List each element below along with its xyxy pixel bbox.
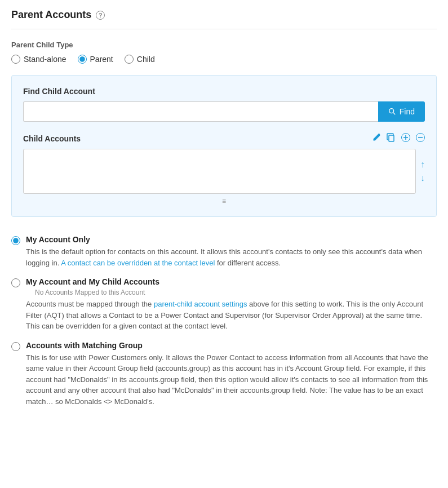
find-button[interactable]: Find: [378, 101, 425, 122]
radio-child-input[interactable]: [125, 55, 134, 64]
child-accounts-listbox[interactable]: [23, 149, 416, 194]
parent-child-type-section: Parent Child Type Stand-alone Parent Chi…: [11, 41, 437, 64]
radio-parent-label: Parent: [90, 55, 113, 64]
svg-line-1: [393, 113, 396, 115]
radio-parent-input[interactable]: [78, 55, 87, 64]
search-icon: [388, 108, 396, 116]
page-header: Parent Accounts ?: [11, 9, 437, 29]
child-accounts-header: Child Accounts: [23, 133, 425, 144]
radio-child-label: Child: [137, 55, 155, 64]
radio-child[interactable]: Child: [125, 55, 155, 64]
option-accounts-matching-group: Accounts with Matching Group This is for…: [11, 341, 437, 407]
edit-icon[interactable]: [372, 133, 381, 144]
option-my-account-children: My Account and My Child Accounts No Acco…: [11, 277, 437, 332]
radio-standalone-input[interactable]: [11, 55, 20, 64]
up-down-buttons: ↑ ↓: [416, 149, 425, 194]
help-icon[interactable]: ?: [96, 11, 105, 20]
find-child-section: Find Child Account Find Child Accounts: [11, 75, 437, 217]
option-accounts-matching-group-title: Accounts with Matching Group: [26, 341, 437, 350]
find-child-label: Find Child Account: [23, 87, 425, 96]
svg-point-0: [389, 109, 394, 113]
radio-my-account-children-input[interactable]: [11, 278, 20, 287]
option-my-account-only-desc: This is the default option for contacts …: [26, 246, 437, 268]
resize-handle[interactable]: ≡: [23, 197, 425, 205]
find-child-search-row: Find: [23, 101, 425, 122]
account-filter-section: My Account Only This is the default opti…: [11, 230, 437, 407]
find-button-label: Find: [400, 107, 415, 116]
child-accounts-label: Child Accounts: [23, 134, 81, 143]
no-accounts-msg: No Accounts Mapped to this Account: [26, 289, 437, 296]
copy-icon[interactable]: [387, 133, 396, 144]
option-my-account-children-title: My Account and My Child Accounts: [26, 277, 437, 286]
add-icon[interactable]: [401, 133, 410, 144]
option-my-account-children-desc: Accounts must be mapped through the pare…: [26, 299, 437, 332]
child-accounts-list-container: ↑ ↓: [23, 149, 425, 194]
move-down-button[interactable]: ↓: [420, 174, 425, 183]
option-accounts-matching-group-content: Accounts with Matching Group This is for…: [26, 341, 437, 407]
radio-my-account-only-input[interactable]: [11, 236, 20, 245]
parent-child-type-label: Parent Child Type: [11, 41, 437, 49]
parent-child-type-radio-group: Stand-alone Parent Child: [11, 55, 437, 64]
radio-standalone-label: Stand-alone: [24, 55, 66, 64]
radio-parent[interactable]: Parent: [78, 55, 113, 64]
page-title: Parent Accounts: [11, 9, 91, 21]
svg-rect-2: [389, 135, 394, 141]
remove-icon[interactable]: [416, 133, 425, 144]
radio-accounts-matching-group-input[interactable]: [11, 342, 20, 351]
option-my-account-only: My Account Only This is the default opti…: [11, 235, 437, 268]
option-my-account-children-content: My Account and My Child Accounts No Acco…: [26, 277, 437, 332]
move-up-button[interactable]: ↑: [420, 160, 425, 169]
option-my-account-only-content: My Account Only This is the default opti…: [26, 235, 437, 268]
option-my-account-only-title: My Account Only: [26, 235, 437, 244]
find-child-input[interactable]: [23, 101, 378, 122]
child-accounts-actions: [372, 133, 425, 144]
radio-standalone[interactable]: Stand-alone: [11, 55, 66, 64]
option-accounts-matching-group-desc: This is for use with Power Customers onl…: [26, 352, 437, 407]
